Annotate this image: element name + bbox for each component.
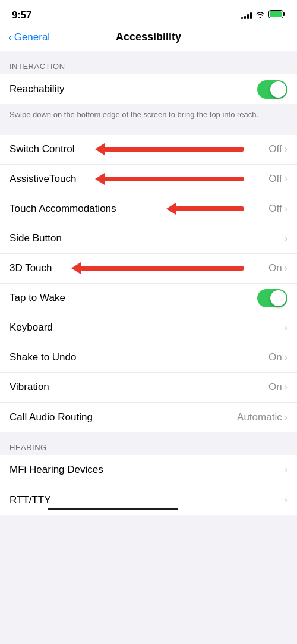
settings-group-interaction: Switch Control Off › AssistiveTouch Off … <box>0 135 297 432</box>
row-value-touch-accommodations: Off › <box>268 203 287 215</box>
chevron-icon: › <box>285 174 287 184</box>
row-label-shake-to-undo: Shake to Undo <box>10 351 268 363</box>
page-title: Accessibility <box>116 31 181 43</box>
row-touch-accommodations[interactable]: Touch Accommodations Off › <box>0 194 297 224</box>
section-header-hearing: HEARING <box>0 432 297 455</box>
status-bar: 9:57 <box>0 0 297 26</box>
row-vibration[interactable]: Vibration On › <box>0 373 297 403</box>
signal-icon <box>241 12 252 19</box>
chevron-icon: › <box>285 382 287 392</box>
row-label-tap-to-wake: Tap to Wake <box>10 292 257 304</box>
chevron-icon: › <box>285 352 287 363</box>
back-label: General <box>14 32 50 43</box>
battery-icon <box>268 10 285 21</box>
row-label-3d-touch: 3D Touch <box>10 262 268 274</box>
row-switch-control[interactable]: Switch Control Off › <box>0 135 297 165</box>
row-value-keyboard: › <box>285 322 287 333</box>
row-label-vibration: Vibration <box>10 381 268 393</box>
chevron-icon: › <box>285 412 287 423</box>
chevron-icon: › <box>285 464 287 475</box>
status-icons <box>241 10 285 21</box>
svg-rect-2 <box>270 11 282 17</box>
value-assistive-touch: Off <box>268 173 282 185</box>
row-label-side-button: Side Button <box>10 233 285 244</box>
row-label-rtt-tty: RTT/TTY <box>10 494 285 506</box>
row-keyboard[interactable]: Keyboard › <box>0 313 297 343</box>
value-call-audio-routing: Automatic <box>237 411 282 423</box>
value-switch-control: Off <box>268 143 282 155</box>
row-value-shake-to-undo: On › <box>268 351 287 363</box>
value-touch-accommodations: Off <box>268 203 282 215</box>
row-label-assistive-touch: AssistiveTouch <box>10 173 268 185</box>
value-vibration: On <box>268 381 282 393</box>
row-value-mfi-hearing-devices: › <box>285 464 287 475</box>
chevron-icon: › <box>285 144 287 155</box>
toggle-reachability[interactable] <box>257 80 287 99</box>
toggle-knob-tap-to-wake <box>270 290 286 306</box>
row-value-switch-control: Off › <box>268 143 287 155</box>
value-3d-touch: On <box>268 262 282 274</box>
row-3d-touch[interactable]: 3D Touch On › <box>0 254 297 284</box>
row-shake-to-undo[interactable]: Shake to Undo On › <box>0 343 297 373</box>
row-value-3d-touch: On › <box>268 262 287 274</box>
reachability-description: Swipe down on the bottom edge of the scr… <box>0 104 297 129</box>
chevron-icon: › <box>285 233 287 244</box>
reachability-description-text: Swipe down on the bottom edge of the scr… <box>10 110 258 119</box>
row-value-call-audio-routing: Automatic › <box>237 411 287 423</box>
back-button[interactable]: ‹ General <box>8 32 50 43</box>
svg-rect-1 <box>283 12 285 16</box>
row-side-button[interactable]: Side Button › <box>0 224 297 254</box>
status-time: 9:57 <box>12 10 31 21</box>
chevron-icon: › <box>285 203 287 214</box>
row-value-rtt-tty: › <box>285 495 287 505</box>
wifi-icon <box>255 10 265 21</box>
rtt-tty-indicator <box>48 508 178 510</box>
row-label-keyboard: Keyboard <box>10 322 285 334</box>
row-call-audio-routing[interactable]: Call Audio Routing Automatic › <box>0 403 297 432</box>
settings-group-reachability: Reachability <box>0 74 297 104</box>
row-value-vibration: On › <box>268 381 287 393</box>
bottom-gap <box>0 515 297 527</box>
row-label-switch-control: Switch Control <box>10 143 268 155</box>
row-value-side-button: › <box>285 233 287 244</box>
toggle-tap-to-wake[interactable] <box>257 289 287 307</box>
toggle-knob-reachability <box>270 81 286 98</box>
section-header-interaction: INTERACTION <box>0 51 297 74</box>
row-label-call-audio-routing: Call Audio Routing <box>10 411 237 423</box>
row-label-touch-accommodations: Touch Accommodations <box>10 203 268 215</box>
row-value-assistive-touch: Off › <box>268 173 287 185</box>
row-mfi-hearing-devices[interactable]: MFi Hearing Devices › <box>0 455 297 485</box>
row-label-mfi-hearing-devices: MFi Hearing Devices <box>10 464 285 476</box>
row-assistive-touch[interactable]: AssistiveTouch Off › <box>0 165 297 194</box>
row-label-reachability: Reachability <box>10 83 257 95</box>
value-shake-to-undo: On <box>268 351 282 363</box>
chevron-icon: › <box>285 263 287 274</box>
row-reachability[interactable]: Reachability <box>0 74 297 104</box>
row-tap-to-wake[interactable]: Tap to Wake <box>0 284 297 313</box>
settings-group-hearing: MFi Hearing Devices › RTT/TTY › <box>0 455 297 515</box>
row-rtt-tty[interactable]: RTT/TTY › <box>0 485 297 515</box>
chevron-icon: › <box>285 495 287 505</box>
chevron-icon: › <box>285 322 287 333</box>
back-chevron-icon: ‹ <box>8 31 12 43</box>
nav-bar: ‹ General Accessibility <box>0 26 297 51</box>
